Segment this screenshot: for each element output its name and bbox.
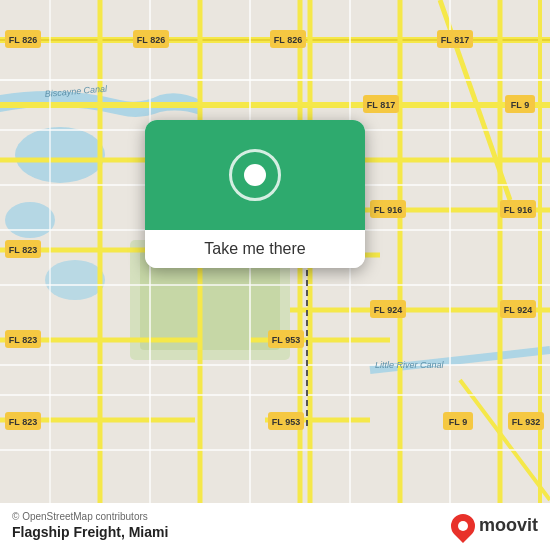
svg-line-25 (460, 380, 550, 500)
svg-text:FL 826: FL 826 (137, 35, 165, 45)
take-me-there-button[interactable]: Take me there (145, 230, 365, 268)
map-container: FL 826 FL 826 FL 826 FL 817 FL 817 FL 9 … (0, 0, 550, 550)
location-pin-icon (229, 149, 281, 201)
svg-text:FL 817: FL 817 (441, 35, 469, 45)
svg-text:Little River Canal: Little River Canal (375, 360, 445, 370)
popup-green-header (145, 120, 365, 230)
svg-text:FL 817: FL 817 (367, 100, 395, 110)
moovit-pin-head (446, 509, 480, 543)
svg-text:FL 826: FL 826 (9, 35, 37, 45)
svg-point-1 (5, 202, 55, 238)
svg-text:FL 823: FL 823 (9, 417, 37, 427)
moovit-logo: moovit (451, 514, 538, 538)
moovit-text: moovit (479, 515, 538, 536)
attribution-text: © OpenStreetMap contributors (12, 511, 168, 522)
location-name: Flagship Freight, Miami (12, 524, 168, 540)
svg-text:FL 9: FL 9 (511, 100, 529, 110)
svg-text:FL 826: FL 826 (274, 35, 302, 45)
svg-text:FL 953: FL 953 (272, 417, 300, 427)
svg-point-0 (15, 127, 105, 183)
svg-point-2 (45, 260, 105, 300)
svg-text:FL 9: FL 9 (449, 417, 467, 427)
bottom-bar: © OpenStreetMap contributors Flagship Fr… (0, 503, 550, 550)
svg-text:FL 924: FL 924 (374, 305, 402, 315)
svg-text:FL 953: FL 953 (272, 335, 300, 345)
svg-text:FL 823: FL 823 (9, 335, 37, 345)
map-svg: FL 826 FL 826 FL 826 FL 817 FL 817 FL 9 … (0, 0, 550, 550)
bottom-left-info: © OpenStreetMap contributors Flagship Fr… (12, 511, 168, 540)
svg-text:FL 932: FL 932 (512, 417, 540, 427)
popup-card: Take me there (145, 120, 365, 268)
svg-text:FL 916: FL 916 (504, 205, 532, 215)
pin-inner-dot (244, 164, 266, 186)
moovit-pin-dot (458, 521, 468, 531)
svg-text:FL 823: FL 823 (9, 245, 37, 255)
moovit-pin-icon (451, 514, 475, 538)
svg-text:FL 916: FL 916 (374, 205, 402, 215)
svg-text:FL 924: FL 924 (504, 305, 532, 315)
